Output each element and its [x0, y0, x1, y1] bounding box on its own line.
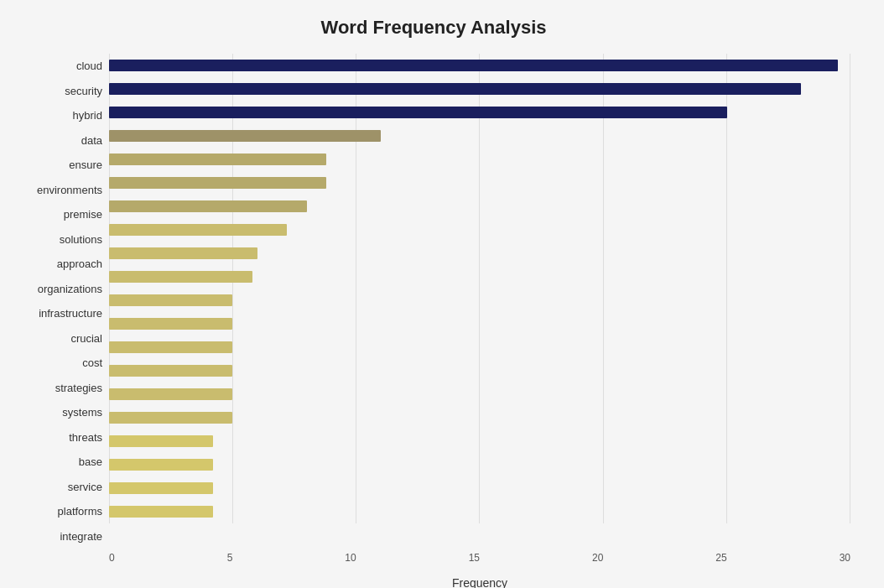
bar-row — [109, 128, 850, 143]
bar-row — [109, 58, 850, 73]
y-label: organizations — [38, 284, 102, 294]
y-label: cloud — [76, 60, 102, 71]
bar-row — [109, 269, 850, 284]
x-tick: 25 — [715, 552, 726, 564]
bar — [109, 200, 307, 212]
bar-row — [109, 387, 850, 402]
bar-row — [109, 199, 850, 214]
bar-row — [109, 105, 850, 120]
bar — [109, 482, 213, 494]
bar-row — [109, 152, 850, 167]
y-label: cost — [82, 357, 102, 368]
chart-area: cloudsecurityhybriddataensureenvironment… — [17, 54, 850, 549]
bar — [109, 247, 257, 259]
y-axis-labels: cloudsecurityhybriddataensureenvironment… — [17, 54, 109, 549]
bar — [109, 177, 326, 189]
x-tick: 5 — [227, 552, 233, 564]
y-label: environments — [37, 185, 102, 195]
x-axis-label: Frequency — [109, 576, 850, 588]
bar-row — [109, 434, 850, 449]
y-label: strategies — [55, 382, 102, 393]
bar — [109, 412, 232, 424]
y-label: service — [68, 481, 102, 492]
bar-row — [109, 316, 850, 331]
bar — [109, 459, 213, 471]
bar — [109, 60, 838, 71]
bar — [109, 341, 232, 353]
bottom-area: 051015202530 Frequency — [109, 552, 850, 588]
y-label: approach — [57, 258, 102, 269]
bar — [109, 294, 232, 306]
y-label: base — [79, 456, 102, 467]
y-label: data — [81, 135, 102, 146]
bar — [109, 318, 232, 330]
chart-title: Word Frequency Analysis — [17, 17, 850, 39]
y-label: ensure — [69, 159, 102, 170]
bar — [109, 388, 232, 400]
x-tick: 15 — [469, 552, 480, 564]
chart-container: Word Frequency Analysis cloudsecurityhyb… — [0, 0, 884, 588]
x-tick: 0 — [109, 552, 115, 564]
y-label: premise — [64, 209, 102, 220]
bar-row — [109, 175, 850, 190]
bar-row — [109, 293, 850, 308]
bar-row — [109, 457, 850, 472]
y-label: crucial — [70, 333, 102, 344]
y-label: threats — [69, 432, 102, 443]
bar — [109, 83, 801, 95]
bars-and-grid — [109, 54, 850, 549]
bar — [109, 271, 252, 283]
bar-row — [109, 481, 850, 496]
bar — [109, 154, 326, 165]
bar-row — [109, 222, 850, 237]
y-label: solutions — [60, 234, 102, 245]
x-tick: 10 — [345, 552, 356, 564]
bars-wrapper — [109, 54, 850, 549]
bar — [109, 435, 213, 447]
bar-row — [109, 363, 850, 378]
x-tick: 20 — [592, 552, 603, 564]
bar — [109, 107, 727, 118]
y-label: systems — [62, 407, 102, 418]
bar-row — [109, 410, 850, 425]
bar — [109, 365, 232, 377]
y-label: platforms — [58, 506, 102, 517]
x-tick: 30 — [840, 552, 850, 564]
bar-row — [109, 246, 850, 261]
x-axis: 051015202530 — [109, 552, 850, 573]
bar — [109, 506, 213, 518]
bar-row — [109, 340, 850, 355]
y-label: security — [65, 86, 102, 96]
bar — [109, 224, 287, 236]
bar-row — [109, 81, 850, 96]
y-label: infrastructure — [39, 308, 102, 319]
y-label: integrate — [60, 531, 102, 542]
y-label: hybrid — [73, 110, 102, 121]
bar-row — [109, 504, 850, 519]
bar — [109, 130, 381, 142]
